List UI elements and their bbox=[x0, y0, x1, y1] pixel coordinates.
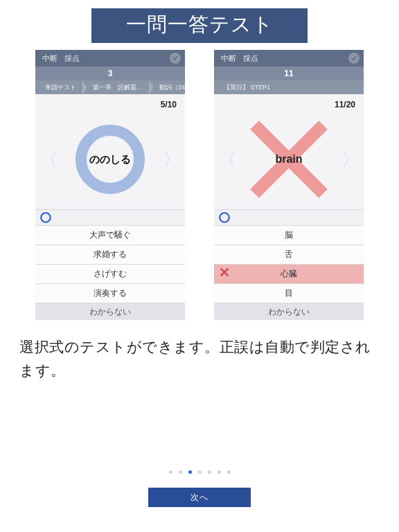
breadcrumb: 単語テスト 第一章 読解基… 動詞（24語） bbox=[35, 80, 185, 94]
check-icon[interactable]: ✓ bbox=[348, 53, 360, 64]
answer-option[interactable]: さげすむ bbox=[35, 265, 185, 284]
dot[interactable] bbox=[227, 470, 231, 474]
question-counter: 5/10 bbox=[35, 94, 185, 109]
svg-point-1 bbox=[220, 213, 229, 222]
question-word: ののしる bbox=[89, 153, 131, 166]
check-icon[interactable]: ✓ bbox=[170, 53, 181, 64]
answer-list: 大声で騒ぐ 求婚する さげすむ 演奏する bbox=[35, 225, 185, 303]
breadcrumb-item[interactable]: 第一章 読解基… bbox=[83, 80, 150, 94]
answer-option-wrong[interactable]: 心臓 bbox=[214, 265, 364, 284]
answer-list: 脳 舌 心臓 目 bbox=[214, 225, 364, 303]
pagination-dots bbox=[0, 470, 399, 474]
unknown-button[interactable]: わからない bbox=[214, 303, 364, 320]
topbar-grade[interactable]: 採点 bbox=[64, 53, 80, 64]
breadcrumb-item[interactable]: 【英日】 STEP1 bbox=[214, 80, 277, 94]
progress-number: 11 bbox=[214, 66, 364, 80]
answer-option[interactable]: 演奏する bbox=[35, 284, 185, 303]
progress-number: 3 bbox=[35, 66, 185, 80]
topbar-stop[interactable]: 中断 bbox=[221, 53, 236, 64]
answer-option-label: 心臓 bbox=[281, 268, 297, 280]
selected-mark-row bbox=[214, 209, 364, 225]
question-area: 〈 brain 〉 bbox=[214, 109, 364, 209]
topbar-grade[interactable]: 採点 bbox=[243, 53, 258, 64]
answer-option[interactable]: 求婚する bbox=[35, 245, 185, 265]
dot[interactable] bbox=[218, 470, 221, 474]
answer-option[interactable]: 舌 bbox=[214, 245, 364, 265]
chevron-left-icon[interactable]: 〈 bbox=[218, 148, 236, 172]
next-button[interactable]: 次へ bbox=[148, 488, 251, 507]
dot[interactable] bbox=[169, 470, 172, 474]
page-description: 選択式のテストができます。正誤は自動で判定されます。 bbox=[19, 335, 380, 382]
page-title: 一問一答テスト bbox=[91, 8, 308, 43]
phone-topbar: 中断 採点 ✓ bbox=[214, 50, 364, 66]
circle-mark-icon bbox=[39, 211, 52, 224]
phone-mock-right: 中断 採点 ✓ 11 【英日】 STEP1 11/20 〈 brain 〉 脳 … bbox=[214, 50, 364, 320]
breadcrumb-item[interactable]: 動詞（24語） bbox=[150, 80, 185, 94]
chevron-right-icon[interactable]: 〉 bbox=[163, 148, 181, 172]
chevron-left-icon[interactable]: 〈 bbox=[39, 148, 57, 172]
correct-circle-icon: ののしる bbox=[76, 125, 145, 194]
answer-option[interactable]: 脳 bbox=[214, 226, 364, 245]
phone-topbar: 中断 採点 ✓ bbox=[35, 50, 185, 66]
wrong-cross-icon: brain bbox=[247, 121, 330, 197]
dot[interactable] bbox=[198, 470, 202, 474]
chevron-right-icon[interactable]: 〉 bbox=[342, 148, 360, 172]
dot-active[interactable] bbox=[188, 470, 192, 474]
question-word: brain bbox=[275, 153, 302, 166]
question-counter: 11/20 bbox=[214, 94, 364, 109]
breadcrumb: 【英日】 STEP1 bbox=[214, 80, 364, 94]
answer-option[interactable]: 大声で騒ぐ bbox=[35, 226, 185, 245]
circle-mark-icon bbox=[218, 211, 231, 224]
x-mark-icon bbox=[218, 266, 231, 278]
breadcrumb-item[interactable]: 単語テスト bbox=[35, 80, 83, 94]
phone-mock-left: 中断 採点 ✓ 3 単語テスト 第一章 読解基… 動詞（24語） 5/10 〈 … bbox=[35, 50, 185, 320]
svg-point-0 bbox=[41, 213, 51, 222]
unknown-button[interactable]: わからない bbox=[35, 303, 185, 320]
topbar-stop[interactable]: 中断 bbox=[42, 53, 57, 64]
phones-row: 中断 採点 ✓ 3 単語テスト 第一章 読解基… 動詞（24語） 5/10 〈 … bbox=[0, 50, 399, 320]
answer-option[interactable]: 目 bbox=[214, 284, 364, 303]
dot[interactable] bbox=[179, 470, 182, 474]
dot[interactable] bbox=[208, 470, 211, 474]
selected-mark-row bbox=[35, 209, 185, 225]
question-area: 〈 ののしる 〉 bbox=[35, 109, 185, 209]
